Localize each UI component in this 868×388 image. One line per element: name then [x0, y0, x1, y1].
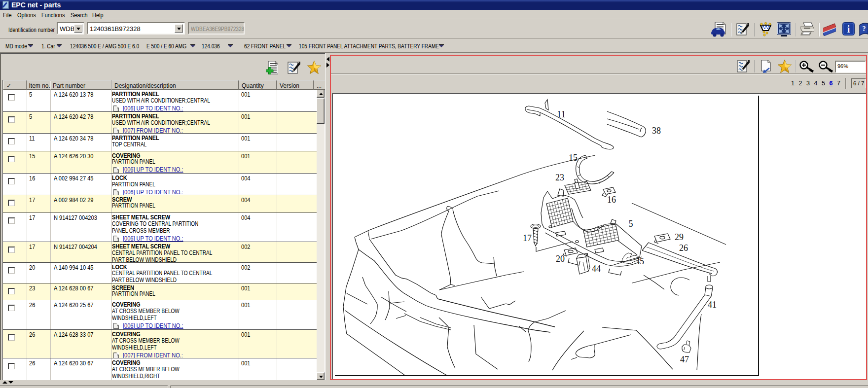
svg-text:41: 41 [708, 300, 717, 310]
svg-text:29: 29 [675, 232, 684, 242]
svg-text:23: 23 [555, 173, 564, 182]
svg-text:17: 17 [523, 233, 532, 243]
svg-text:20: 20 [556, 254, 565, 264]
svg-text:44: 44 [592, 264, 601, 274]
svg-text:5: 5 [629, 219, 633, 229]
svg-text:i: i [847, 24, 850, 35]
svg-text:?: ? [863, 25, 866, 33]
svg-text:47: 47 [680, 354, 689, 364]
svg-text:35: 35 [635, 256, 644, 266]
svg-text:38: 38 [652, 126, 661, 136]
svg-text:16: 16 [607, 195, 616, 205]
svg-text:11: 11 [557, 109, 565, 119]
svg-text:15: 15 [569, 153, 578, 163]
svg-text:26: 26 [679, 243, 688, 253]
